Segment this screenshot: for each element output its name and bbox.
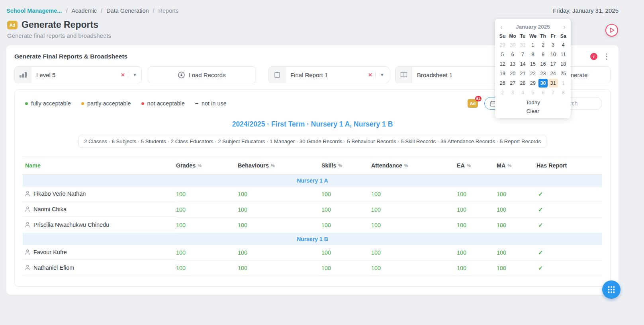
calendar-day[interactable]: 8 bbox=[559, 88, 568, 97]
legend-dot-icon bbox=[81, 102, 84, 105]
class-group-label: Nursery 1 B bbox=[23, 233, 602, 245]
calendar-day[interactable]: 4 bbox=[559, 41, 568, 49]
report-template-select[interactable]: Final Report 1 ✕ ▼ bbox=[268, 66, 389, 83]
calendar-day[interactable]: 13 bbox=[508, 60, 517, 68]
topbar: School Manageme... /Academic/Data Genera… bbox=[0, 0, 644, 14]
calendar-day[interactable]: 25 bbox=[559, 69, 568, 78]
calendar-day[interactable]: 3 bbox=[548, 41, 558, 49]
student-row[interactable]: Naomi Chika100100100100100100✓ bbox=[23, 202, 602, 218]
student-row[interactable]: Fikabo Verio Nathan100100100100100100✓ bbox=[23, 187, 602, 202]
apps-fab-button[interactable] bbox=[602, 280, 621, 299]
calendar-day[interactable]: 5 bbox=[498, 50, 507, 59]
calendar-day[interactable]: 29 bbox=[498, 41, 507, 49]
calendar-day[interactable]: 31 bbox=[518, 41, 527, 49]
report-table-body: Nursery 1 AFikabo Verio Nathan1001001001… bbox=[23, 175, 602, 276]
play-tour-button[interactable] bbox=[605, 23, 619, 38]
breadcrumb-root-link[interactable]: School Manageme... bbox=[6, 8, 62, 14]
percent-suffix: % bbox=[198, 163, 202, 168]
breadcrumb-item[interactable]: Academic bbox=[71, 8, 97, 14]
calendar-day[interactable]: 30 bbox=[538, 79, 548, 88]
session-summary-title: 2024/2025 · First Term · Nursery 1 A, Nu… bbox=[23, 120, 602, 128]
breadcrumb-item[interactable]: Data Generation bbox=[106, 8, 149, 14]
level-select[interactable]: Level 5 ✕ ▼ bbox=[14, 66, 142, 83]
chevron-down-icon[interactable]: ▼ bbox=[128, 72, 141, 77]
calendar-day[interactable]: 16 bbox=[538, 60, 548, 68]
clear-selection-icon[interactable]: ✕ bbox=[365, 72, 375, 78]
calendar-day[interactable]: 6 bbox=[508, 50, 517, 59]
breadcrumb-separator: / bbox=[66, 8, 67, 14]
calendar-day[interactable]: 2 bbox=[538, 41, 548, 49]
metric-value: 100 bbox=[371, 245, 457, 261]
calendar-day[interactable]: 3 bbox=[508, 88, 517, 97]
metric-value: 100 bbox=[497, 187, 536, 202]
calendar-day[interactable]: 9 bbox=[538, 50, 548, 59]
load-records-label: Load Records bbox=[188, 72, 225, 78]
info-icon[interactable]: i bbox=[590, 53, 597, 60]
student-name: Priscilia Nwachukwu Chinedu bbox=[33, 222, 109, 228]
calendar-day[interactable]: 5 bbox=[528, 88, 537, 97]
ad-chip[interactable]: Ad 81 bbox=[468, 99, 478, 108]
breadcrumb-item[interactable]: Reports bbox=[159, 8, 179, 14]
calendar-day[interactable]: 1 bbox=[559, 79, 568, 88]
metric-value: 100 bbox=[238, 202, 321, 218]
metric-value: 100 bbox=[371, 202, 457, 218]
calendar-day[interactable]: 7 bbox=[518, 50, 527, 59]
calendar-day[interactable]: 18 bbox=[559, 60, 568, 68]
calendar-day[interactable]: 21 bbox=[518, 69, 527, 78]
calendar-day[interactable]: 19 bbox=[498, 69, 507, 78]
calendar-day[interactable]: 20 bbox=[508, 69, 517, 78]
calendar-day[interactable]: 2 bbox=[498, 88, 507, 97]
calendar-day[interactable]: 7 bbox=[548, 88, 558, 97]
kebab-menu-icon[interactable]: ⋮ bbox=[603, 53, 611, 60]
calendar-day[interactable]: 28 bbox=[518, 79, 527, 88]
page-title: Generate Reports bbox=[22, 19, 98, 30]
column-label: MA bbox=[497, 162, 505, 169]
chevron-down-icon[interactable]: ▼ bbox=[376, 72, 389, 77]
metric-value: 100 bbox=[321, 218, 371, 233]
legend-item: partly acceptable bbox=[81, 100, 131, 107]
weekday-label: We bbox=[528, 32, 538, 40]
calendar-day[interactable]: 31 bbox=[548, 79, 558, 88]
calendar-day[interactable]: 10 bbox=[548, 50, 558, 59]
level-select-value: Level 5 bbox=[31, 72, 118, 78]
calendar-day[interactable]: 22 bbox=[528, 69, 537, 78]
student-row[interactable]: Nathaniel Efiom100100100100100100✓ bbox=[23, 261, 602, 276]
calendar-prev-icon[interactable]: ‹ bbox=[500, 23, 503, 30]
calendar-day[interactable]: 11 bbox=[559, 50, 568, 59]
calendar-day[interactable]: 26 bbox=[498, 79, 507, 88]
calendar-today-button[interactable]: Today bbox=[497, 97, 568, 106]
column-label: Grades bbox=[176, 162, 196, 169]
calendar-day[interactable]: 1 bbox=[528, 41, 537, 49]
metric-value: 100 bbox=[457, 218, 497, 233]
student-row[interactable]: Favour Kufre100100100100100100✓ bbox=[23, 245, 602, 261]
metric-value: 100 bbox=[238, 245, 321, 261]
calendar-clear-button[interactable]: Clear bbox=[497, 106, 568, 115]
calendar-day[interactable]: 30 bbox=[508, 41, 517, 49]
metric-value: 100 bbox=[497, 202, 536, 218]
calendar-day[interactable]: 14 bbox=[518, 60, 527, 68]
clear-selection-icon[interactable]: ✕ bbox=[118, 72, 128, 78]
load-records-button[interactable]: Load Records bbox=[148, 66, 256, 83]
calendar-day[interactable]: 29 bbox=[528, 79, 537, 88]
percent-suffix: % bbox=[404, 163, 408, 168]
calendar-day[interactable]: 8 bbox=[528, 50, 537, 59]
weekday-label: Su bbox=[497, 32, 507, 40]
calendar-next-icon[interactable]: › bbox=[563, 23, 566, 30]
metric-value: 100 bbox=[321, 202, 371, 218]
has-report-check: ✓ bbox=[536, 187, 602, 202]
metric-value: 100 bbox=[371, 218, 457, 233]
calendar-day[interactable]: 17 bbox=[548, 60, 558, 68]
student-row[interactable]: Priscilia Nwachukwu Chinedu1001001001001… bbox=[23, 218, 602, 233]
metric-value: 100 bbox=[238, 218, 321, 233]
calendar-day[interactable]: 23 bbox=[538, 69, 548, 78]
calendar-day[interactable]: 15 bbox=[528, 60, 537, 68]
calendar-day[interactable]: 24 bbox=[548, 69, 558, 78]
calendar-day[interactable]: 4 bbox=[518, 88, 527, 97]
calendar-day[interactable]: 27 bbox=[508, 79, 517, 88]
weekday-label: Th bbox=[538, 32, 548, 40]
legend-label: not in use bbox=[202, 100, 227, 107]
calendar-day[interactable]: 12 bbox=[498, 60, 507, 68]
legend-item: not in use bbox=[195, 100, 227, 107]
legend-dot-icon bbox=[25, 102, 28, 105]
calendar-day[interactable]: 6 bbox=[538, 88, 548, 97]
